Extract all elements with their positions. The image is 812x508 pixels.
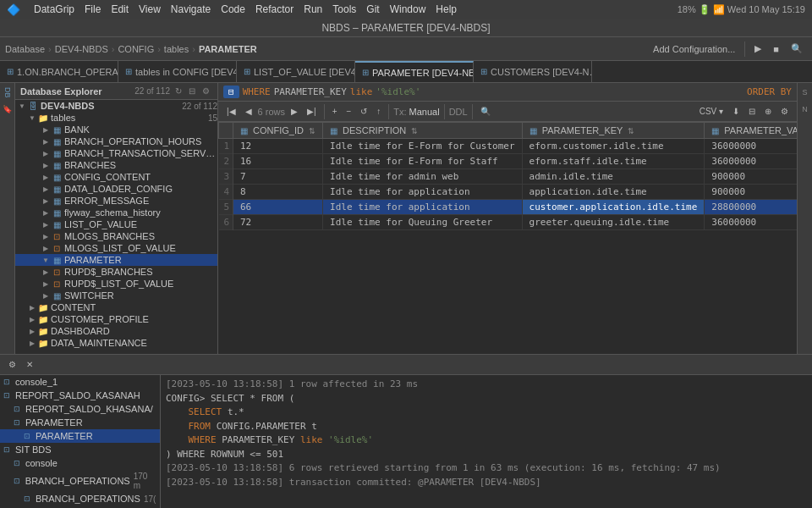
data-grid[interactable]: ▦ CONFIG_ID ⇅ ▦ DESCRIPTION ⇅ ▦ PARAMETE… [218, 122, 797, 354]
grid-first-button[interactable]: |◀ [223, 106, 239, 117]
breadcrumb-schema[interactable]: DEV4-NBDS [55, 44, 108, 54]
table-row[interactable]: 48Idle time for applicationapplication.i… [219, 185, 798, 200]
services-settings-button[interactable]: ⚙ [5, 359, 19, 370]
svc-item-parameter-active[interactable]: ⊡ PARAMETER [0, 429, 160, 443]
menu-window[interactable]: Window [390, 3, 426, 15]
tab-parameter[interactable]: ⊞ PARAMETER [DEV4-NBDS] ✕ [355, 61, 474, 82]
breadcrumb-parameter[interactable]: PARAMETER [199, 44, 257, 54]
settings-button[interactable]: ⚙ [777, 106, 792, 117]
sidebar-settings-button[interactable]: ⚙ [200, 86, 212, 97]
tree-item-parameter[interactable]: ▼ ▦ PARAMETER [15, 254, 217, 266]
col-description[interactable]: ▦ DESCRIPTION ⇅ [323, 123, 523, 139]
database-icon[interactable]: DB [2, 86, 14, 98]
cc-label: CONFIG_CONTENT [64, 172, 217, 182]
zoom-button[interactable]: ⊕ [761, 106, 775, 117]
tree-item-data-loader-config[interactable]: ▶ ▦ DATA_LOADER_CONFIG [15, 183, 217, 195]
fw-table-icon: ▦ [51, 208, 63, 218]
services-close-button[interactable]: ✕ [23, 359, 36, 370]
tree-item-config-content[interactable]: ▶ ▦ CONFIG_CONTENT [15, 171, 217, 183]
svc-item-console[interactable]: ⊡ console [0, 456, 160, 470]
cc-arrow: ▶ [41, 174, 51, 181]
tab-customers[interactable]: ⊞ CUSTOMERS [DEV4-N… ✕ [474, 61, 592, 82]
grid-add-row-button[interactable]: + [329, 106, 341, 117]
table-row[interactable]: 112Idle time for E-Form for Customerefor… [219, 139, 798, 154]
tree-item-rupds-branches[interactable]: ▶ ⊡ RUPD$_BRANCHES [15, 266, 217, 278]
grid-submit-button[interactable]: ↑ [373, 106, 384, 117]
tree-item-bank[interactable]: ▶ ▦ BANK [15, 124, 217, 135]
tree-item-dashboard[interactable]: ▶ 📁 DASHBOARD [15, 325, 217, 337]
svc-branch-ops-17-label: BRANCH_OPERATIONS [36, 494, 140, 504]
breadcrumb-config[interactable]: CONFIG [118, 44, 154, 54]
tree-item-content[interactable]: ▶ 📁 CONTENT [15, 301, 217, 313]
svc-item-report-saldo[interactable]: ⊡ REPORT_SALDO_KASANAH [0, 389, 160, 402]
grid-prev-button[interactable]: ◀ [242, 106, 255, 117]
sidebar-refresh-button[interactable]: ↻ [173, 86, 184, 97]
menu-code[interactable]: Code [221, 3, 245, 15]
menu-refactor[interactable]: Refactor [255, 3, 294, 15]
menu-run[interactable]: Run [304, 3, 322, 15]
grid-next-button[interactable]: ▶ [288, 106, 301, 117]
tree-item-branches[interactable]: ▶ ▦ BRANCHES [15, 159, 217, 171]
table-row[interactable]: 672Idle time for Queuing Greetergreeter.… [219, 215, 798, 230]
grid-last-button[interactable]: ▶| [304, 106, 320, 117]
menu-tools[interactable]: Tools [332, 3, 356, 15]
tree-item-branch-op-hours[interactable]: ▶ ▦ BRANCH_OPERATION_HOURS [15, 135, 217, 147]
table-row[interactable]: 566Idle time for applicationcustomer.app… [219, 200, 798, 215]
menu-help[interactable]: Help [436, 3, 457, 15]
table-row[interactable]: 37Idle time for admin webadmin.idle.time… [219, 169, 798, 185]
svc-item-console1[interactable]: ⊡ console_1 [0, 375, 160, 389]
structure-icon[interactable]: S [799, 86, 811, 98]
csv-button[interactable]: CSV ▾ [696, 106, 727, 117]
tree-item-mlogs-lov[interactable]: ▶ ⊡ MLOGS_LIST_OF_VALUE [15, 242, 217, 254]
tab-list-of-value[interactable]: ⊞ LIST_OF_VALUE [DEV4-NBDS] ✕ [237, 61, 355, 82]
svc-item-branch-ops-17[interactable]: ⊡ BRANCH_OPERATIONS 17( [0, 492, 160, 505]
tab-sit-bds[interactable]: ⊞ 1.ON.BRANCH_OPERATIONS [SIT BDS] ✕ [0, 61, 118, 82]
tree-item-switcher[interactable]: ▶ ▦ SWITCHER [15, 290, 217, 301]
menu-view[interactable]: View [139, 3, 161, 15]
bookmark-icon[interactable]: 🔖 [2, 103, 14, 115]
col-config-id[interactable]: ▦ CONFIG_ID ⇅ [233, 123, 323, 139]
col-parameter-value[interactable]: ▦ PARAMETER_VALUE ⇅ [705, 123, 797, 139]
tree-root[interactable]: ▼ 🗄 DEV4-NBDS 22 of 112 [15, 100, 217, 112]
svc-item-sit-bds[interactable]: ⊡ SIT BDS [0, 443, 160, 456]
filter-button[interactable]: ⊟ [745, 106, 759, 117]
menu-file[interactable]: File [85, 3, 101, 15]
add-configuration-button[interactable]: Add Configuration... [649, 42, 739, 56]
tree-item-mlogs-branches[interactable]: ▶ ⊡ MLOGS_BRANCHES [15, 230, 217, 242]
db-icon-5: ⊞ [480, 67, 487, 76]
cell-parameter-value: 28800000 [705, 200, 797, 215]
sidebar-filter-button[interactable]: ⊟ [186, 86, 198, 97]
tree-item-data-maintenance[interactable]: ▶ 📁 DATA_MAINTENANCE [15, 337, 217, 349]
grid-delete-row-button[interactable]: − [343, 106, 354, 117]
menu-git[interactable]: Git [366, 3, 379, 15]
cell-description: Idle time for application [323, 200, 523, 215]
rb-label: RUPD$_BRANCHES [64, 267, 217, 277]
menu-edit[interactable]: Edit [111, 3, 129, 15]
run-button[interactable]: ▶ [750, 41, 765, 56]
grid-revert-button[interactable]: ↺ [357, 106, 370, 117]
breadcrumb-database[interactable]: Database [5, 44, 45, 54]
stop-button[interactable]: ■ [769, 42, 783, 56]
breadcrumb-tables[interactable]: tables [164, 44, 189, 54]
tree-item-error-message[interactable]: ▶ ▦ ERROR_MESSAGE [15, 195, 217, 207]
menu-navigate[interactable]: Navigate [171, 3, 211, 15]
tree-item-customer-profile[interactable]: ▶ 📁 CUSTOMER_PROFILE [15, 313, 217, 325]
tree-item-branch-tx-svc[interactable]: ▶ ▦ BRANCH_TRANSACTION_SERVICES [15, 147, 217, 159]
tab-tables-config[interactable]: ⊞ tables in CONFIG [DEV4-NBDS] ✕ [118, 61, 237, 82]
sidebar-content: ▼ 🗄 DEV4-NBDS 22 of 112 ▼ 📁 tables 15 ▶ … [15, 100, 217, 354]
table-row[interactable]: 216Idle time for E-Form for Staffeform.s… [219, 154, 798, 169]
menu-datagrip[interactable]: DataGrip [34, 3, 74, 15]
col-parameter-key[interactable]: ▦ PARAMETER_KEY ⇅ [522, 123, 705, 139]
notifications-icon[interactable]: N [799, 103, 811, 115]
tree-item-list-of-value[interactable]: ▶ ▦ LIST_OF_VALUE [15, 218, 217, 230]
tree-item-rupds-lov[interactable]: ▶ ⊡ RUPD$_LIST_OF_VALUE [15, 278, 217, 290]
svc-branch-ops-170-icon: ⊡ [14, 477, 24, 485]
search-button[interactable]: 🔍 [787, 41, 807, 56]
export-button[interactable]: ⬇ [729, 106, 743, 117]
tree-item-tables[interactable]: ▼ 📁 tables 15 [15, 112, 217, 124]
svc-item-branch-ops-170[interactable]: ⊡ BRANCH_OPERATIONS 170 m [0, 470, 160, 492]
svc-item-parameter-svc[interactable]: ⊡ PARAMETER [0, 416, 160, 429]
grid-search-button[interactable]: 🔍 [477, 106, 494, 117]
tree-item-flyway[interactable]: ▶ ▦ flyway_schema_history [15, 207, 217, 218]
svc-item-report-saldo-2[interactable]: ⊡ REPORT_SALDO_KHASANA/ [0, 402, 160, 416]
